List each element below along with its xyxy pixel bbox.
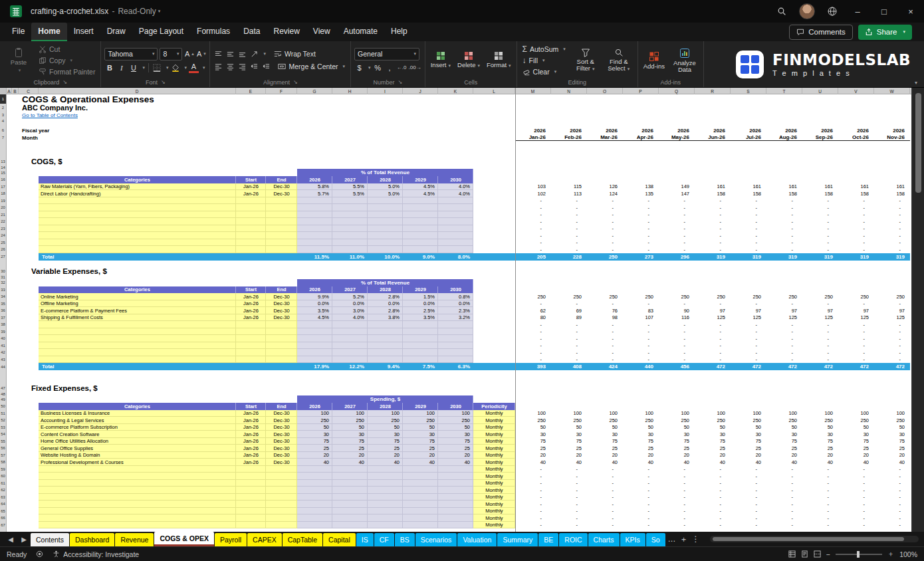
month-value[interactable]: 126: [587, 183, 623, 191]
month-value[interactable]: 50: [623, 424, 659, 431]
format-painter-button[interactable]: Format Painter: [37, 66, 97, 77]
end-cell[interactable]: [266, 466, 297, 473]
end-cell[interactable]: [266, 218, 297, 225]
value-cell[interactable]: [332, 522, 368, 529]
font-name-select[interactable]: Tahoma▾: [104, 48, 158, 60]
value-cell[interactable]: [297, 514, 332, 522]
category-cell[interactable]: [39, 508, 236, 515]
month-value[interactable]: -: [766, 473, 802, 480]
month-value[interactable]: 25: [623, 445, 659, 452]
value-cell[interactable]: 2.5%: [403, 307, 438, 314]
start-cell[interactable]: [236, 508, 266, 515]
format-cells-button[interactable]: Format▾: [485, 50, 513, 70]
month-value[interactable]: 103: [515, 183, 551, 191]
value-cell[interactable]: [368, 480, 403, 487]
start-cell[interactable]: Jan-26: [236, 410, 266, 417]
month-value[interactable]: 158: [802, 190, 838, 197]
month-value[interactable]: -: [838, 225, 874, 233]
value-cell[interactable]: 0.0%: [297, 300, 332, 308]
row-header-54[interactable]: 54: [0, 431, 7, 438]
month-value[interactable]: 125: [695, 314, 731, 322]
row-header-27[interactable]: 27: [0, 253, 7, 261]
month-value[interactable]: 30: [551, 431, 587, 438]
value-cell[interactable]: 20: [403, 452, 438, 459]
value-cell[interactable]: 100: [332, 410, 368, 417]
month-value[interactable]: -: [659, 480, 695, 487]
month-value[interactable]: -: [838, 300, 874, 308]
value-cell[interactable]: [332, 356, 368, 364]
sheet-tab-cf[interactable]: CF: [374, 533, 394, 546]
zoom-in-button[interactable]: ＋: [887, 550, 895, 559]
month-value[interactable]: 250: [695, 293, 731, 300]
month-value[interactable]: 50: [731, 424, 766, 431]
value-cell[interactable]: [368, 487, 403, 494]
month-value[interactable]: 100: [874, 410, 910, 417]
month-value[interactable]: -: [587, 211, 623, 219]
month-value[interactable]: -: [838, 321, 874, 328]
month-value[interactable]: 90: [659, 307, 695, 314]
month-value[interactable]: -: [874, 321, 910, 328]
month-value[interactable]: 50: [766, 424, 802, 431]
value-cell[interactable]: [438, 246, 473, 253]
value-cell[interactable]: [368, 218, 403, 225]
month-value[interactable]: -: [802, 335, 838, 342]
month-value[interactable]: -: [802, 211, 838, 219]
value-cell[interactable]: 20: [332, 452, 368, 459]
month-value[interactable]: -: [623, 300, 659, 308]
month-value[interactable]: -: [838, 232, 874, 239]
value-cell[interactable]: [297, 204, 332, 211]
month-value[interactable]: -: [515, 225, 551, 233]
month-value[interactable]: -: [874, 514, 910, 522]
value-cell[interactable]: [332, 342, 368, 350]
tab-menu-icon[interactable]: ⋮: [690, 532, 702, 546]
column-header-M[interactable]: M: [515, 88, 551, 94]
col-header-year[interactable]: 2028: [368, 176, 403, 183]
month-value[interactable]: 100: [623, 410, 659, 417]
value-cell[interactable]: [403, 239, 438, 247]
value-cell[interactable]: [297, 218, 332, 225]
align-center-button[interactable]: [225, 61, 235, 72]
end-cell[interactable]: Dec-30: [266, 410, 297, 417]
value-cell[interactable]: [438, 225, 473, 233]
value-cell[interactable]: [332, 225, 368, 233]
month-value[interactable]: -: [659, 473, 695, 480]
month-value[interactable]: -: [515, 218, 551, 225]
start-cell[interactable]: Jan-26: [236, 307, 266, 314]
month-value[interactable]: -: [766, 356, 802, 364]
month-value[interactable]: -: [587, 239, 623, 247]
month-value[interactable]: -: [731, 328, 766, 336]
column-header-L[interactable]: L: [473, 88, 515, 94]
sheet-tab-kpis[interactable]: KPIs: [620, 533, 645, 546]
col-header-start[interactable]: Start: [236, 286, 266, 294]
sort-filter-button[interactable]: Sort & Filter▾: [570, 47, 601, 74]
month-value[interactable]: -: [802, 328, 838, 336]
value-cell[interactable]: [368, 349, 403, 356]
col-header-year[interactable]: 2029: [403, 286, 438, 294]
month-value[interactable]: 124: [587, 190, 623, 197]
value-cell[interactable]: [368, 328, 403, 336]
month-value[interactable]: 25: [731, 445, 766, 452]
row-header-23[interactable]: 23: [0, 225, 7, 233]
month-value[interactable]: -: [766, 328, 802, 336]
comments-button[interactable]: Comments: [789, 25, 853, 40]
month-value[interactable]: -: [695, 473, 731, 480]
col-header-year[interactable]: 2029: [403, 176, 438, 183]
month-value[interactable]: -: [587, 342, 623, 350]
value-cell[interactable]: [368, 342, 403, 350]
month-value[interactable]: 20: [659, 452, 695, 459]
value-cell[interactable]: 5.7%: [297, 190, 332, 197]
value-cell[interactable]: [438, 514, 473, 522]
value-cell[interactable]: 4.0%: [332, 314, 368, 322]
value-cell[interactable]: [438, 342, 473, 350]
month-value[interactable]: -: [802, 514, 838, 522]
category-cell[interactable]: Content Creation Software: [39, 431, 236, 438]
minimize-button[interactable]: –: [844, 0, 871, 23]
month-value[interactable]: -: [587, 494, 623, 501]
month-value[interactable]: -: [623, 487, 659, 494]
value-cell[interactable]: [297, 349, 332, 356]
value-cell[interactable]: [297, 321, 332, 328]
value-cell[interactable]: [297, 232, 332, 239]
value-cell[interactable]: [332, 473, 368, 480]
month-value[interactable]: 69: [551, 307, 587, 314]
month-value[interactable]: 100: [515, 410, 551, 417]
